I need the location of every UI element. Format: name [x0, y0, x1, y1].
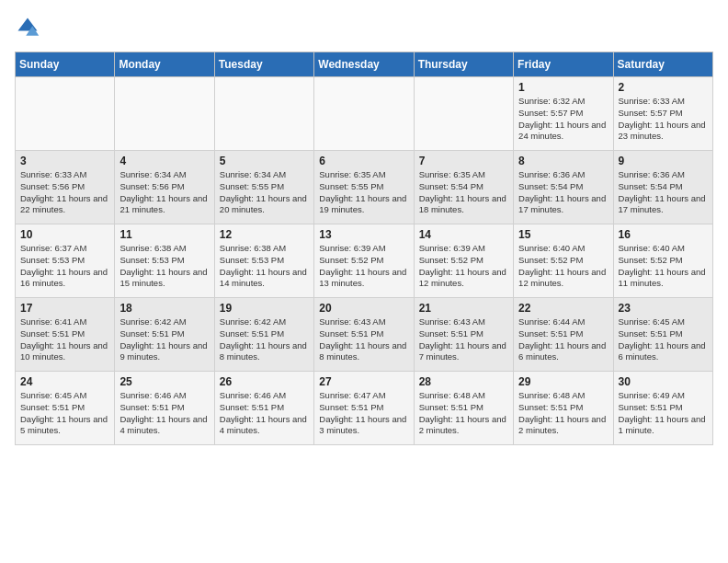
- day-number: 21: [419, 302, 508, 315]
- weekday-header-row: SundayMondayTuesdayWednesdayThursdayFrid…: [16, 52, 713, 77]
- day-number: 28: [419, 375, 508, 388]
- day-info: Sunrise: 6:45 AMSunset: 5:51 PMDaylight:…: [619, 316, 708, 363]
- calendar-body: 1Sunrise: 6:32 AMSunset: 5:57 PMDaylight…: [16, 77, 713, 445]
- calendar-cell: 26Sunrise: 6:46 AMSunset: 5:51 PMDayligh…: [214, 372, 313, 445]
- calendar-cell: 22Sunrise: 6:44 AMSunset: 5:51 PMDayligh…: [514, 298, 613, 372]
- day-info: Sunrise: 6:40 AMSunset: 5:52 PMDaylight:…: [619, 243, 708, 290]
- day-number: 27: [319, 375, 408, 388]
- calendar-cell: 17Sunrise: 6:41 AMSunset: 5:51 PMDayligh…: [16, 298, 115, 372]
- day-info: Sunrise: 6:38 AMSunset: 5:53 PMDaylight:…: [220, 243, 309, 290]
- calendar-cell: 7Sunrise: 6:35 AMSunset: 5:54 PMDaylight…: [414, 151, 513, 224]
- calendar-cell: 3Sunrise: 6:33 AMSunset: 5:56 PMDaylight…: [16, 151, 115, 224]
- day-number: 3: [20, 155, 109, 167]
- calendar-cell: 21Sunrise: 6:43 AMSunset: 5:51 PMDayligh…: [414, 298, 513, 372]
- calendar-cell: [115, 77, 214, 151]
- day-number: 6: [319, 155, 408, 167]
- calendar-cell: 9Sunrise: 6:36 AMSunset: 5:54 PMDaylight…: [613, 151, 712, 224]
- weekday-header-monday: Monday: [115, 52, 214, 77]
- day-number: 2: [619, 81, 708, 94]
- calendar-cell: 23Sunrise: 6:45 AMSunset: 5:51 PMDayligh…: [613, 298, 712, 372]
- calendar-cell: [16, 77, 115, 151]
- day-info: Sunrise: 6:36 AMSunset: 5:54 PMDaylight:…: [619, 169, 708, 216]
- calendar-header: SundayMondayTuesdayWednesdayThursdayFrid…: [16, 52, 713, 77]
- day-number: 13: [319, 228, 408, 241]
- day-info: Sunrise: 6:48 AMSunset: 5:51 PMDaylight:…: [518, 390, 608, 437]
- weekday-header-wednesday: Wednesday: [314, 52, 414, 77]
- day-info: Sunrise: 6:45 AMSunset: 5:51 PMDaylight:…: [20, 390, 109, 437]
- week-row-4: 17Sunrise: 6:41 AMSunset: 5:51 PMDayligh…: [16, 298, 713, 372]
- day-number: 12: [220, 228, 309, 241]
- day-number: 5: [220, 155, 309, 167]
- page-header: [15, 15, 713, 40]
- day-info: Sunrise: 6:48 AMSunset: 5:51 PMDaylight:…: [419, 390, 508, 437]
- calendar-cell: 10Sunrise: 6:37 AMSunset: 5:53 PMDayligh…: [16, 224, 115, 298]
- calendar-cell: 30Sunrise: 6:49 AMSunset: 5:51 PMDayligh…: [613, 372, 712, 445]
- day-number: 23: [619, 302, 708, 315]
- day-number: 29: [518, 375, 608, 388]
- day-info: Sunrise: 6:42 AMSunset: 5:51 PMDaylight:…: [220, 316, 309, 363]
- day-info: Sunrise: 6:38 AMSunset: 5:53 PMDaylight:…: [119, 243, 209, 290]
- weekday-header-sunday: Sunday: [16, 52, 115, 77]
- calendar-cell: 15Sunrise: 6:40 AMSunset: 5:52 PMDayligh…: [514, 224, 613, 298]
- calendar-cell: 18Sunrise: 6:42 AMSunset: 5:51 PMDayligh…: [115, 298, 214, 372]
- day-info: Sunrise: 6:42 AMSunset: 5:51 PMDaylight:…: [119, 316, 209, 363]
- day-number: 20: [319, 302, 408, 315]
- calendar-cell: 24Sunrise: 6:45 AMSunset: 5:51 PMDayligh…: [16, 372, 115, 445]
- day-info: Sunrise: 6:39 AMSunset: 5:52 PMDaylight:…: [419, 243, 508, 290]
- calendar-cell: 20Sunrise: 6:43 AMSunset: 5:51 PMDayligh…: [314, 298, 414, 372]
- day-info: Sunrise: 6:36 AMSunset: 5:54 PMDaylight:…: [518, 169, 608, 216]
- calendar-cell: 27Sunrise: 6:47 AMSunset: 5:51 PMDayligh…: [314, 372, 414, 445]
- day-info: Sunrise: 6:47 AMSunset: 5:51 PMDaylight:…: [319, 390, 408, 437]
- calendar-cell: 11Sunrise: 6:38 AMSunset: 5:53 PMDayligh…: [115, 224, 214, 298]
- day-info: Sunrise: 6:49 AMSunset: 5:51 PMDaylight:…: [619, 390, 708, 437]
- day-number: 30: [619, 375, 708, 388]
- calendar-cell: 14Sunrise: 6:39 AMSunset: 5:52 PMDayligh…: [414, 224, 513, 298]
- day-number: 15: [518, 228, 608, 241]
- weekday-header-tuesday: Tuesday: [214, 52, 313, 77]
- week-row-5: 24Sunrise: 6:45 AMSunset: 5:51 PMDayligh…: [16, 372, 713, 445]
- day-info: Sunrise: 6:34 AMSunset: 5:55 PMDaylight:…: [220, 169, 309, 216]
- calendar-cell: 6Sunrise: 6:35 AMSunset: 5:55 PMDaylight…: [314, 151, 414, 224]
- calendar-cell: 28Sunrise: 6:48 AMSunset: 5:51 PMDayligh…: [414, 372, 513, 445]
- day-number: 10: [20, 228, 109, 241]
- weekday-header-saturday: Saturday: [613, 52, 712, 77]
- day-info: Sunrise: 6:37 AMSunset: 5:53 PMDaylight:…: [20, 243, 109, 290]
- day-info: Sunrise: 6:39 AMSunset: 5:52 PMDaylight:…: [319, 243, 408, 290]
- day-number: 22: [518, 302, 608, 315]
- day-info: Sunrise: 6:32 AMSunset: 5:57 PMDaylight:…: [518, 96, 608, 143]
- calendar-cell: 5Sunrise: 6:34 AMSunset: 5:55 PMDaylight…: [214, 151, 313, 224]
- day-info: Sunrise: 6:44 AMSunset: 5:51 PMDaylight:…: [518, 316, 608, 363]
- calendar-cell: 29Sunrise: 6:48 AMSunset: 5:51 PMDayligh…: [514, 372, 613, 445]
- day-info: Sunrise: 6:41 AMSunset: 5:51 PMDaylight:…: [20, 316, 109, 363]
- day-number: 9: [619, 155, 708, 167]
- calendar-cell: 4Sunrise: 6:34 AMSunset: 5:56 PMDaylight…: [115, 151, 214, 224]
- day-number: 25: [119, 375, 209, 388]
- day-info: Sunrise: 6:40 AMSunset: 5:52 PMDaylight:…: [518, 243, 608, 290]
- day-info: Sunrise: 6:43 AMSunset: 5:51 PMDaylight:…: [319, 316, 408, 363]
- week-row-2: 3Sunrise: 6:33 AMSunset: 5:56 PMDaylight…: [16, 151, 713, 224]
- day-info: Sunrise: 6:33 AMSunset: 5:56 PMDaylight:…: [20, 169, 109, 216]
- day-info: Sunrise: 6:43 AMSunset: 5:51 PMDaylight:…: [419, 316, 508, 363]
- day-info: Sunrise: 6:34 AMSunset: 5:56 PMDaylight:…: [119, 169, 209, 216]
- week-row-3: 10Sunrise: 6:37 AMSunset: 5:53 PMDayligh…: [16, 224, 713, 298]
- day-number: 14: [419, 228, 508, 241]
- calendar-table: SundayMondayTuesdayWednesdayThursdayFrid…: [15, 52, 713, 445]
- day-info: Sunrise: 6:33 AMSunset: 5:57 PMDaylight:…: [619, 96, 708, 143]
- day-info: Sunrise: 6:35 AMSunset: 5:55 PMDaylight:…: [319, 169, 408, 216]
- calendar-cell: 2Sunrise: 6:33 AMSunset: 5:57 PMDaylight…: [613, 77, 712, 151]
- day-number: 26: [220, 375, 309, 388]
- day-number: 19: [220, 302, 309, 315]
- day-number: 16: [619, 228, 708, 241]
- day-number: 24: [20, 375, 109, 388]
- calendar-cell: 1Sunrise: 6:32 AMSunset: 5:57 PMDaylight…: [514, 77, 613, 151]
- weekday-header-thursday: Thursday: [414, 52, 513, 77]
- calendar-cell: [314, 77, 414, 151]
- day-number: 11: [119, 228, 209, 241]
- day-number: 1: [518, 81, 608, 94]
- day-info: Sunrise: 6:35 AMSunset: 5:54 PMDaylight:…: [419, 169, 508, 216]
- day-info: Sunrise: 6:46 AMSunset: 5:51 PMDaylight:…: [119, 390, 209, 437]
- calendar-cell: 19Sunrise: 6:42 AMSunset: 5:51 PMDayligh…: [214, 298, 313, 372]
- day-number: 8: [518, 155, 608, 167]
- calendar-cell: 25Sunrise: 6:46 AMSunset: 5:51 PMDayligh…: [115, 372, 214, 445]
- day-info: Sunrise: 6:46 AMSunset: 5:51 PMDaylight:…: [220, 390, 309, 437]
